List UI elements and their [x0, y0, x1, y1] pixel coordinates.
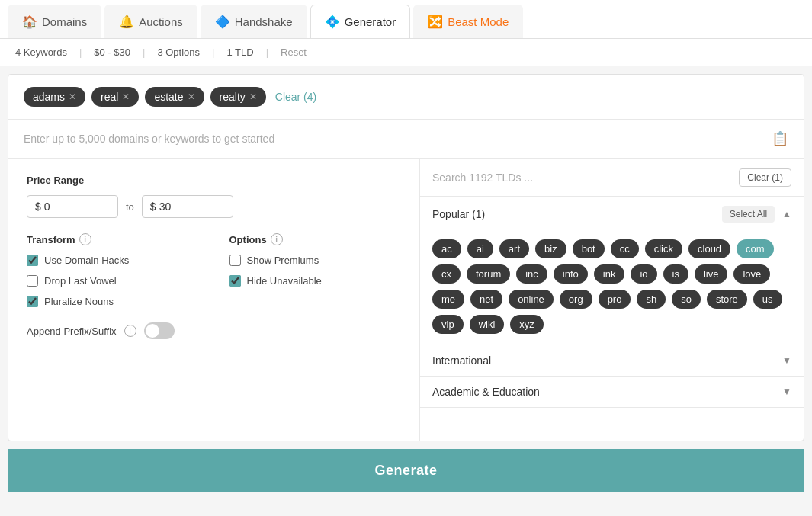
append-prefix-info-icon[interactable]: i	[124, 325, 136, 337]
auctions-label: Auctions	[139, 15, 183, 28]
append-prefix-label: Append Prefix/Suffix	[27, 325, 117, 337]
tld-tag-xyz[interactable]: xyz	[510, 315, 544, 334]
generator-icon: 💠	[325, 14, 340, 29]
tld-tag-io[interactable]: io	[631, 264, 656, 284]
nav-tab-beast-mode[interactable]: 🔀Beast Mode	[413, 5, 523, 38]
tld-count: 1 TLD	[226, 46, 253, 58]
hide-unavailable-item: Hide Unavailable	[229, 275, 402, 287]
tld-tag-biz[interactable]: biz	[535, 239, 566, 258]
keyword-label-adams: adams	[33, 91, 65, 103]
show-premiums-checkbox[interactable]	[229, 255, 241, 266]
use-domain-hacks-label[interactable]: Use Domain Hacks	[44, 255, 129, 266]
select-all-button[interactable]: Select All	[722, 206, 775, 223]
nav-tab-domains[interactable]: 🏠Domains	[8, 5, 101, 38]
price-max-input[interactable]: $	[142, 195, 233, 218]
reset-button[interactable]: Reset	[281, 46, 307, 58]
drop-last-vowel-checkbox[interactable]	[27, 275, 38, 287]
hide-unavailable-label[interactable]: Hide Unavailable	[247, 275, 322, 287]
hide-unavailable-checkbox[interactable]	[229, 275, 241, 287]
use-domain-hacks-checkbox[interactable]	[27, 255, 38, 266]
keywords-row: adams✕real✕estate✕realty✕Clear (4)	[8, 75, 804, 120]
tld-tag-pro[interactable]: pro	[599, 290, 631, 309]
keyword-remove-realty[interactable]: ✕	[249, 91, 257, 102]
tld-tag-love[interactable]: love	[733, 264, 770, 284]
currency-symbol-max: $	[150, 200, 156, 213]
input-placeholder[interactable]: Enter up to 5,000 domains or keywords to…	[24, 133, 772, 145]
two-col-layout: Price Range $ to $	[8, 159, 804, 441]
generate-button-container: Generate	[8, 449, 804, 492]
tld-search-input[interactable]	[432, 171, 731, 184]
tld-tag-click[interactable]: click	[645, 239, 682, 258]
clear-tld-button[interactable]: Clear (1)	[739, 168, 791, 187]
tld-tag-wiki[interactable]: wiki	[470, 315, 505, 334]
tld-tag-us[interactable]: us	[753, 290, 782, 309]
options-info-icon[interactable]: i	[271, 233, 283, 245]
domains-label: Domains	[42, 15, 87, 28]
clear-all-keywords-button[interactable]: Clear (4)	[275, 91, 316, 103]
tld-tag-online[interactable]: online	[509, 290, 554, 309]
tld-tag-so[interactable]: so	[672, 290, 701, 309]
main-card: adams✕real✕estate✕realty✕Clear (4) Enter…	[8, 74, 804, 441]
price-min-input[interactable]: $	[27, 195, 118, 218]
tld-tag-ac[interactable]: ac	[432, 239, 461, 258]
tld-tag-sh[interactable]: sh	[637, 290, 666, 309]
show-premiums-label[interactable]: Show Premiums	[247, 255, 319, 266]
beast-mode-icon: 🔀	[428, 14, 443, 29]
popular-chevron-up-icon: ▲	[782, 209, 791, 220]
tld-tag-store[interactable]: store	[707, 290, 747, 309]
tld-category-academic-header[interactable]: Academic & Education ▼	[420, 377, 804, 407]
tld-tag-ai[interactable]: ai	[467, 239, 493, 258]
auctions-icon: 🔔	[119, 14, 134, 29]
tld-tag-art[interactable]: art	[499, 239, 529, 258]
upload-icon[interactable]: 📋	[772, 130, 788, 147]
tld-tag-vip[interactable]: vip	[432, 315, 464, 334]
append-prefix-toggle[interactable]	[144, 322, 175, 339]
price-range-label: Price Range	[27, 175, 401, 186]
tld-tag-net[interactable]: net	[470, 290, 502, 309]
keyword-remove-adams[interactable]: ✕	[69, 91, 76, 102]
nav-tab-generator[interactable]: 💠Generator	[310, 5, 411, 38]
price-max-field[interactable]	[159, 200, 213, 213]
nav-tab-handshake[interactable]: 🔷Handshake	[201, 5, 307, 38]
international-chevron-icon: ▼	[782, 355, 791, 366]
tld-tag-cc[interactable]: cc	[611, 239, 639, 258]
tld-tag-forum[interactable]: forum	[467, 264, 510, 284]
transform-info-icon[interactable]: i	[79, 233, 91, 245]
tld-tag-com[interactable]: com	[737, 239, 774, 258]
price-to-label: to	[126, 201, 134, 213]
nav-tab-auctions[interactable]: 🔔Auctions	[104, 5, 197, 38]
tld-tag-ink[interactable]: ink	[594, 264, 625, 284]
tld-category-popular: Popular (1) Select All ▲ acaiartbizbotcc…	[420, 197, 804, 345]
options-col: Options i Show Premiums Hide Unavailable	[229, 233, 402, 316]
nav-tabs: 🏠Domains🔔Auctions🔷Handshake💠Generator🔀Be…	[0, 0, 812, 39]
generate-button[interactable]: Generate	[8, 449, 804, 492]
price-min-field[interactable]	[44, 200, 98, 213]
academic-chevron-icon: ▼	[782, 386, 791, 397]
options-row: Transform i Use Domain Hacks Drop Last V…	[27, 233, 401, 316]
filter-bar: 4 Keywords | $0 - $30 | 3 Options | 1 TL…	[0, 39, 812, 66]
drop-last-vowel-label[interactable]: Drop Last Vowel	[44, 275, 117, 287]
tld-tag-is[interactable]: is	[663, 264, 688, 284]
keyword-label-estate: estate	[154, 91, 183, 103]
keyword-remove-real[interactable]: ✕	[122, 91, 130, 102]
tld-search-bar: Clear (1)	[420, 159, 804, 197]
tld-category-popular-header[interactable]: Popular (1) Select All ▲	[420, 197, 804, 232]
tld-tag-bot[interactable]: bot	[573, 239, 605, 258]
tld-tag-org[interactable]: org	[560, 290, 592, 309]
pluralize-nouns-checkbox[interactable]	[27, 296, 38, 307]
keyword-tag-estate: estate✕	[145, 87, 204, 107]
tld-tag-live[interactable]: live	[695, 264, 728, 284]
tld-tag-inc[interactable]: inc	[516, 264, 547, 284]
tld-category-international-header[interactable]: International ▼	[420, 345, 804, 376]
input-row: Enter up to 5,000 domains or keywords to…	[8, 120, 804, 159]
keyword-remove-estate[interactable]: ✕	[188, 91, 195, 102]
show-premiums-item: Show Premiums	[229, 255, 402, 266]
tld-tag-info[interactable]: info	[554, 264, 588, 284]
beast-mode-label: Beast Mode	[448, 15, 509, 28]
keyword-label-realty: realty	[220, 91, 246, 103]
use-domain-hacks-item: Use Domain Hacks	[27, 255, 199, 266]
tld-tag-cx[interactable]: cx	[432, 264, 461, 284]
pluralize-nouns-label[interactable]: Pluralize Nouns	[44, 296, 114, 307]
tld-tag-cloud[interactable]: cloud	[688, 239, 730, 258]
tld-tag-me[interactable]: me	[432, 290, 464, 309]
